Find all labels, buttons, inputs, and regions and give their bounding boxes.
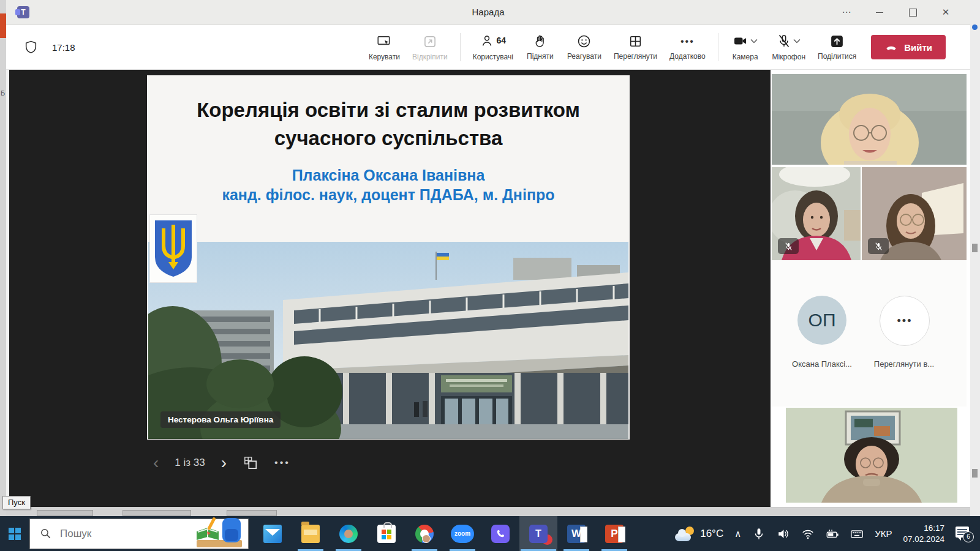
titlebar: T Нарада ⋯ ✕ xyxy=(6,0,970,25)
slide-title: Кореляція освіти зі сталим розвитком суч… xyxy=(147,96,630,152)
start-button[interactable] xyxy=(0,516,29,551)
taskbar-viber-icon[interactable] xyxy=(481,516,519,551)
chevron-down-icon[interactable] xyxy=(750,39,758,43)
overflow-label: Переглянути в... xyxy=(861,359,947,369)
mail-icon xyxy=(263,525,282,543)
search-education-doodle xyxy=(193,513,246,547)
participants-panel: ОП ••• Оксана Плаксі... Переглянути в... xyxy=(771,70,970,507)
participant-avatar[interactable]: ОП xyxy=(797,296,846,345)
mic-muted-icon xyxy=(784,242,793,251)
maximize-button[interactable] xyxy=(900,3,925,21)
slide-grid-icon[interactable] xyxy=(243,455,258,471)
start-tooltip: Пуск xyxy=(2,496,31,509)
language-indicator[interactable]: УКР xyxy=(875,528,892,539)
camera-icon xyxy=(733,34,748,48)
taskbar-app-icons: zoom T W P xyxy=(254,516,633,551)
leave-button[interactable]: Вийти xyxy=(871,35,946,59)
taskbar-edge-icon[interactable] xyxy=(330,516,368,551)
search-icon xyxy=(40,528,51,539)
more-button[interactable]: ••• Додатково xyxy=(663,34,712,61)
tray-battery-icon[interactable] xyxy=(826,527,839,541)
tray-chevron-icon[interactable]: ∧ xyxy=(734,528,741,539)
participant-name: Оксана Плаксі... xyxy=(779,359,865,369)
camera-button[interactable]: Камера xyxy=(725,34,766,61)
participant-video-3[interactable] xyxy=(862,167,967,260)
participant-4-video-feed xyxy=(786,408,957,503)
avatar-initials: ОП xyxy=(809,310,836,331)
taskbar-chrome-icon[interactable] xyxy=(405,516,443,551)
ellipsis-icon: ••• xyxy=(680,34,695,49)
clock[interactable]: 16:17 07.02.2024 xyxy=(903,523,944,544)
tray-network-icon[interactable] xyxy=(801,527,815,541)
tray-date: 07.02.2024 xyxy=(903,534,944,545)
manage-button[interactable]: Керувати xyxy=(363,34,406,61)
search-input[interactable] xyxy=(59,527,165,541)
minimize-button[interactable] xyxy=(867,3,892,21)
ellipsis-icon: ••• xyxy=(897,315,913,328)
system-tray: 16°C ∧ xyxy=(675,523,980,544)
shield-icon xyxy=(23,39,39,56)
background-window-bottom-strip xyxy=(6,508,970,517)
taskbar-zoom-icon[interactable]: zoom xyxy=(443,516,481,551)
desktop: Б T Нарада ⋯ ✕ 17 xyxy=(0,0,980,551)
tray-mic-icon[interactable] xyxy=(752,527,766,541)
person-icon xyxy=(480,34,494,48)
share-button[interactable]: Поділитися xyxy=(812,34,862,61)
background-tab xyxy=(37,510,93,516)
slide-more-options[interactable]: ••• xyxy=(274,457,290,468)
grid-view-icon xyxy=(628,34,643,49)
smiley-icon xyxy=(576,34,592,49)
word-icon: W xyxy=(567,525,586,543)
monitor-cursor-icon xyxy=(376,34,392,50)
participant-video-2[interactable] xyxy=(772,167,861,260)
zoom-icon: zoom xyxy=(451,525,474,543)
taskbar-mail-icon[interactable] xyxy=(254,516,292,551)
taskbar-powerpoint-icon[interactable]: P xyxy=(595,516,633,551)
unpin-icon xyxy=(422,34,438,50)
powerpoint-icon: P xyxy=(605,525,624,543)
taskbar-word-icon[interactable]: W xyxy=(557,516,595,551)
leave-label: Вийти xyxy=(904,42,932,53)
taskbar-teams-icon[interactable]: T xyxy=(519,516,557,551)
react-button[interactable]: Реагувати xyxy=(561,34,608,61)
weather-temp: 16°C xyxy=(700,528,723,540)
overflow-participants-button[interactable]: ••• xyxy=(880,296,930,346)
next-slide-button[interactable]: › xyxy=(221,453,227,473)
meeting-toolbar: 17:18 Керувати Відкріпити xyxy=(6,25,970,70)
notification-center-icon[interactable]: 6 xyxy=(956,527,971,541)
weather-icon xyxy=(675,527,695,541)
participants-button[interactable]: 64 Користувачі xyxy=(467,34,519,61)
taskbar-explorer-icon[interactable] xyxy=(292,516,330,551)
edge-icon xyxy=(339,525,358,543)
taskbar-store-icon[interactable] xyxy=(368,516,405,551)
weather-widget[interactable]: 16°C xyxy=(675,527,723,541)
tray-volume-icon[interactable] xyxy=(777,527,790,541)
slide-navigation: ‹ 1 із 33 › ••• xyxy=(153,451,290,475)
participant-video-4[interactable] xyxy=(786,408,957,503)
participant-video-1[interactable] xyxy=(772,74,967,165)
tray-keyboard-icon[interactable] xyxy=(850,527,864,541)
raise-hand-button[interactable]: Підняти xyxy=(519,34,561,61)
unpin-button[interactable]: Відкріпити xyxy=(406,34,454,61)
participants-count: 64 xyxy=(496,36,506,45)
background-mark xyxy=(972,244,978,252)
viber-icon xyxy=(491,525,510,543)
ukraine-trident-emblem xyxy=(150,215,197,282)
view-button[interactable]: Переглянути xyxy=(608,34,663,61)
search-box[interactable] xyxy=(29,519,249,549)
taskbar: zoom T W P 16°C ∧ xyxy=(0,516,980,551)
background-window-right-edge xyxy=(970,0,980,516)
microphone-button[interactable]: Мікрофон xyxy=(766,34,812,61)
store-icon xyxy=(377,525,396,543)
teams-icon: T xyxy=(529,525,548,543)
close-button[interactable]: ✕ xyxy=(933,3,958,21)
previous-slide-button[interactable]: ‹ xyxy=(153,453,159,473)
notification-count-badge: 6 xyxy=(963,531,974,542)
chevron-down-icon[interactable] xyxy=(793,39,801,43)
slide-subtitle: Плаксіна Оксана Іванівна канд. філос. на… xyxy=(147,166,630,204)
windows-logo-icon xyxy=(9,528,21,540)
background-letter: Б xyxy=(1,89,5,97)
window-more-icon[interactable]: ⋯ xyxy=(834,3,859,21)
slide-counter: 1 із 33 xyxy=(175,457,205,469)
teams-meeting-window: T Нарада ⋯ ✕ 17:18 xyxy=(6,0,970,508)
